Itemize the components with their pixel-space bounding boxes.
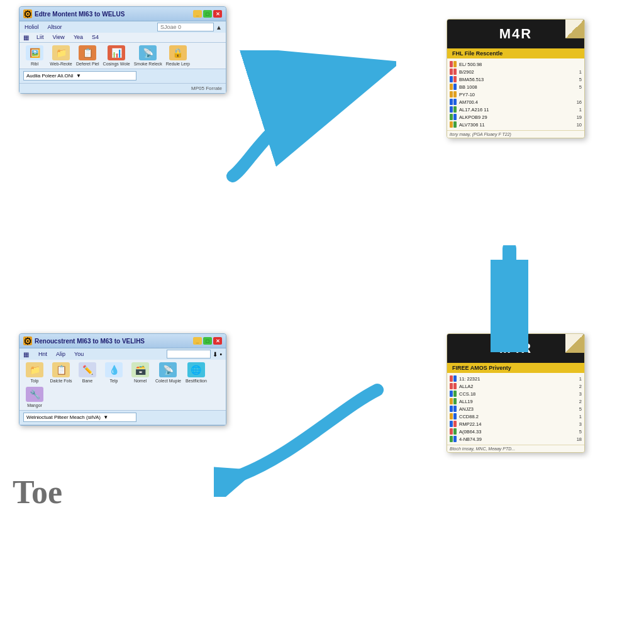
b-row-name-7: A(0B64.33 xyxy=(459,429,569,435)
toolbar-btn-cosings[interactable]: 📊 Cosings Wole xyxy=(103,45,130,66)
arrow-top-svg xyxy=(214,50,396,189)
row-name-0: EL/ 500.98 xyxy=(459,62,569,67)
top-dropdown-row: Audlia Poleer Ali.ONI ▼ xyxy=(19,69,226,84)
tolp-icon: 📁 xyxy=(26,362,43,377)
top-doc-card: M4R FHL File Rescentle EL/ 500.98 B/2902… xyxy=(447,19,585,138)
row-icon-6 xyxy=(450,106,457,113)
toolbar-btn-ribl[interactable]: 🖼️ Ribl xyxy=(23,45,46,66)
colect-icon: 📡 xyxy=(159,362,177,377)
bottom-menu-alip[interactable]: Alip xyxy=(55,351,67,358)
search-row: ▲ xyxy=(157,23,222,31)
toolbar-btn-mangor[interactable]: 🔧 Mangor xyxy=(23,387,46,408)
menu-s4[interactable]: S4 xyxy=(91,34,100,41)
list-item: ALLA2 2 xyxy=(450,382,582,390)
b-row-icon-0 xyxy=(450,375,457,382)
toolbar-btn-telp[interactable]: 💧 Telp xyxy=(103,362,125,383)
row-icon-5 xyxy=(450,99,457,105)
bottom-sort-icon[interactable]: ⬇ xyxy=(213,351,218,358)
toolbar-btn-smoke[interactable]: 📡 Smoke Releck xyxy=(134,45,162,66)
top-window-titlebar: ⚙ Edtre Montent MI63 to WELUS _ □ ✕ xyxy=(19,7,226,21)
b-row-val-5: 1 xyxy=(570,414,582,419)
dropdown-label: Audlia Poleer Ali.ONI xyxy=(26,73,74,79)
mangor-label: Mangor xyxy=(27,403,42,408)
bestfliction-label: Bestfliction xyxy=(186,379,207,383)
bottom-minimize-button[interactable]: _ xyxy=(193,337,202,345)
bottom-menu-hnt[interactable]: Hnt xyxy=(37,351,48,358)
toolbar-btn-webreote[interactable]: 📁 Web-Reote xyxy=(50,45,72,66)
window-controls[interactable]: _ □ ✕ xyxy=(193,10,222,18)
bottom-window-titlebar: ⚙ Renoucstrent MI63 to M63 to VELIHS _ □… xyxy=(19,334,226,348)
up-arrow-button[interactable]: ▲ xyxy=(216,24,222,31)
toolbar-btn-bestfliction[interactable]: 🌐 Bestfliction xyxy=(185,362,208,383)
menu-holiol[interactable]: Holiol xyxy=(23,24,40,30)
b-row-name-3: ALL19 xyxy=(459,399,569,404)
b-row-val-7: 5 xyxy=(570,429,582,435)
bottom-icon-square: ▦ xyxy=(23,351,29,358)
bottom-maximize-button[interactable]: □ xyxy=(203,337,212,345)
top-toolbar: 🖼️ Ribl 📁 Web-Reote 📋 Deferet Piel 📊 Cos… xyxy=(19,43,226,69)
toolbar-btn-bane[interactable]: ✏️ Bane xyxy=(76,362,99,383)
minimize-button[interactable]: _ xyxy=(193,10,202,18)
deferet-icon: 📋 xyxy=(79,45,96,60)
bottom-dropdown[interactable]: Welnioctuat Pilteer Meach (silVA) ▼ xyxy=(23,413,136,422)
dropdown-wrapper[interactable]: Audlia Poleer Ali.ONI ▼ xyxy=(23,71,136,80)
row-icon-7 xyxy=(450,114,457,120)
b-row-icon-4 xyxy=(450,406,457,412)
bottom-window-controls[interactable]: _ □ ✕ xyxy=(193,337,222,345)
smoke-label: Smoke Releck xyxy=(134,62,162,66)
bane-label: Bane xyxy=(82,379,92,383)
list-item: ANJZ3 5 xyxy=(450,405,582,413)
list-item: CCD88.2 1 xyxy=(450,413,582,420)
top-search-input[interactable] xyxy=(157,23,214,31)
arrow-bottom-svg xyxy=(214,371,396,497)
list-item: RMP22.14 3 xyxy=(450,420,582,428)
smoke-icon: 📡 xyxy=(139,45,157,60)
close-button[interactable]: ✕ xyxy=(213,10,222,18)
b-row-icon-6 xyxy=(450,421,457,427)
toolbar-btn-deferet[interactable]: 📋 Deferet Piel xyxy=(76,45,99,66)
bottom-dropdown-wrapper[interactable]: Welnioctuat Pilteer Meach (silVA) ▼ xyxy=(23,413,136,422)
b-row-name-5: CCD88.2 xyxy=(459,414,569,419)
tolp-label: Tolp xyxy=(31,379,39,383)
bottom-menu-you[interactable]: You xyxy=(73,351,85,358)
bottom-search-row: ⬇ • xyxy=(167,350,222,358)
menu-view[interactable]: View xyxy=(52,34,66,41)
redule-icon: 🔒 xyxy=(169,45,187,60)
list-item: PY7-10 xyxy=(450,91,582,98)
toolbar-btn-redule[interactable]: 🔒 Redule Lerp xyxy=(166,45,190,66)
titlebar-left: ⚙ Edtre Montent MI63 to WELUS xyxy=(23,9,125,18)
row-name-6: AL17.A216 11 xyxy=(459,107,569,113)
toolbar-btn-dalcte[interactable]: 📋 Dalcte Fols xyxy=(50,362,72,383)
b-row-name-4: ANJZ3 xyxy=(459,406,569,412)
bottom-dropdown-row: Welnioctuat Pilteer Meach (silVA) ▼ xyxy=(19,411,226,425)
b-row-icon-5 xyxy=(450,413,457,419)
bottom-dropdown-arrow-icon: ▼ xyxy=(103,414,108,420)
list-item: BMA56.513 5 xyxy=(450,75,582,83)
toolbar-btn-colect[interactable]: 📡 Colect Mupie xyxy=(155,362,181,383)
dalcte-icon: 📋 xyxy=(52,362,70,377)
b-row-name-8: 4-NB74.39 xyxy=(459,436,569,442)
bottom-search-input[interactable] xyxy=(167,350,211,358)
webreote-icon: 📁 xyxy=(52,45,70,60)
colect-label: Colect Mupie xyxy=(155,379,181,383)
menu-yea[interactable]: Yea xyxy=(72,34,84,41)
bottom-close-button[interactable]: ✕ xyxy=(213,337,222,345)
toolbar-btn-tolp[interactable]: 📁 Tolp xyxy=(23,362,46,383)
row-icon-3 xyxy=(450,84,457,90)
list-item: ALV7306 11 10 xyxy=(450,121,582,128)
mangor-icon: 🔧 xyxy=(26,387,43,402)
toolbar-btn-nomel[interactable]: 🗃️ Nomel xyxy=(129,362,152,383)
dalcte-label: Dalcte Fols xyxy=(50,379,72,383)
b-row-val-0: 1 xyxy=(570,376,582,382)
bottom-window-icon: ⚙ xyxy=(23,336,32,345)
b-row-icon-1 xyxy=(450,383,457,389)
top-dropdown[interactable]: Audlia Poleer Ali.ONI ▼ xyxy=(23,71,136,80)
top-doc-badge: M4R xyxy=(447,19,584,48)
menu-bar: Holiol Altsor xyxy=(23,24,64,30)
diagram-area: ⚙ Edtre Montent MI63 to WELUS _ □ ✕ Holi… xyxy=(0,0,604,604)
bottom-searchbar-top: ▦ Hnt Alip You ⬇ • xyxy=(19,348,226,360)
maximize-button[interactable]: □ xyxy=(203,10,212,18)
menu-altsor[interactable]: Altsor xyxy=(47,24,64,30)
menu-liit[interactable]: Liit xyxy=(35,34,45,41)
row-icon-2 xyxy=(450,76,457,82)
